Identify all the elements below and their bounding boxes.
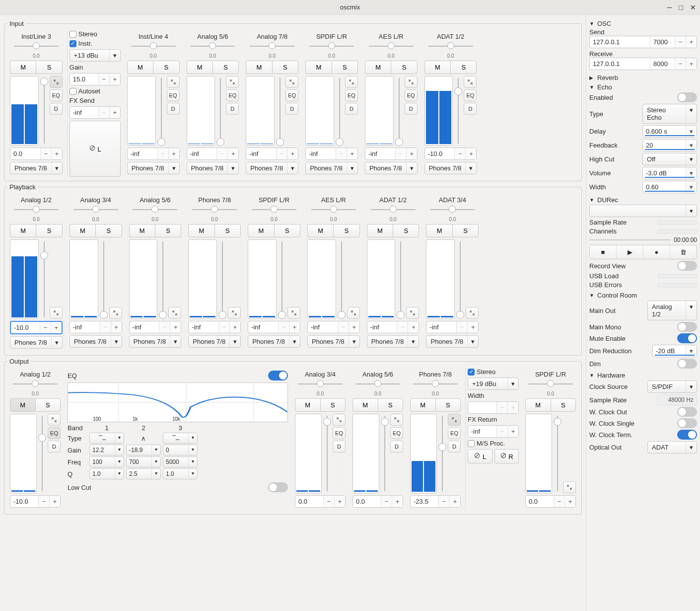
level-spin[interactable]: -10.0 − + [10, 321, 63, 334]
pan-slider[interactable] [14, 206, 59, 215]
route-combo[interactable]: Phones 7/8▾ [246, 162, 298, 174]
nolink-left[interactable]: L [468, 449, 492, 463]
mute-button[interactable]: M [426, 224, 452, 237]
mute-button[interactable]: M [10, 398, 35, 412]
dynamics-button[interactable]: D [390, 441, 403, 453]
solo-button[interactable]: S [332, 61, 358, 74]
route-combo[interactable]: Phones 7/8▾ [367, 335, 420, 348]
level-spin[interactable]: -inf − + [426, 321, 479, 333]
mute-button[interactable]: M [352, 398, 378, 412]
level-spin[interactable]: -inf − + [127, 148, 180, 160]
fx-button[interactable] [563, 481, 576, 493]
solo-button[interactable]: S [450, 61, 477, 74]
pan-slider[interactable] [298, 380, 343, 389]
minimize-icon[interactable]: ─ [667, 3, 672, 11]
fx-button[interactable] [347, 307, 360, 319]
reflevel-combo[interactable]: +19 dBu▾ [468, 378, 519, 390]
mute-button[interactable]: M [129, 224, 155, 237]
dynamics-button[interactable]: D [345, 103, 358, 115]
fx-button[interactable] [448, 414, 461, 426]
width-spin[interactable]: −+ [468, 401, 519, 414]
mute-button[interactable]: M [127, 61, 153, 74]
pan-slider[interactable] [133, 206, 177, 215]
route-combo[interactable]: Phones 7/8▾ [307, 335, 360, 348]
solo-button[interactable]: S [36, 224, 62, 237]
osc-header[interactable]: OSC [589, 20, 697, 27]
pan-slider[interactable] [73, 206, 118, 215]
fx-button[interactable] [228, 307, 241, 319]
solo-button[interactable]: S [214, 224, 241, 237]
level-spin[interactable]: -inf − + [187, 148, 239, 160]
pan-slider[interactable] [252, 206, 296, 215]
route-combo[interactable]: Phones 7/8▾ [129, 335, 182, 348]
fader[interactable] [158, 239, 167, 319]
mute-button[interactable]: M [188, 224, 214, 237]
fx-button[interactable] [50, 76, 63, 88]
trash-icon[interactable]: 🗑 [670, 245, 697, 259]
fx-button[interactable] [287, 307, 300, 319]
durec-transport[interactable]: ■ ▶ ● 🗑 [589, 245, 697, 259]
mute-button[interactable]: M [365, 61, 391, 74]
solo-button[interactable]: S [333, 224, 359, 237]
solo-button[interactable]: S [393, 224, 419, 237]
eq-button[interactable]: EQ [333, 427, 346, 439]
reflevel-combo[interactable]: +13 dBu▾ [70, 49, 121, 62]
mainmono-toggle[interactable] [677, 322, 697, 332]
mute-button[interactable]: M [246, 61, 272, 74]
fx-button[interactable] [226, 76, 239, 88]
eq-button[interactable]: EQ [464, 89, 477, 101]
nolink-left[interactable]: L [70, 121, 121, 177]
fx-button[interactable] [285, 76, 298, 88]
fx-button[interactable] [109, 307, 122, 319]
record-icon[interactable]: ● [643, 245, 670, 259]
fader[interactable] [456, 239, 465, 319]
eq-gain-3[interactable]: 0▾ [163, 445, 198, 456]
dynamics-button[interactable]: D [167, 103, 180, 115]
eq-q-2[interactable]: 2.5▾ [126, 468, 161, 479]
muteenable-toggle[interactable] [677, 333, 697, 343]
pan-slider[interactable] [413, 380, 458, 389]
route-combo[interactable]: Phones 7/8▾ [187, 162, 239, 174]
eq-q-1[interactable]: 1.0▾ [89, 468, 124, 479]
route-combo[interactable]: Phones 7/8▾ [188, 335, 241, 348]
dynamics-button[interactable]: D [405, 103, 418, 115]
eq-freq-1[interactable]: 100▾ [89, 457, 124, 467]
solo-button[interactable]: S [452, 224, 479, 237]
mute-button[interactable]: M [424, 61, 450, 74]
level-spin[interactable]: 0.0 − + [295, 495, 346, 508]
autoset-check[interactable]: Autoset [70, 87, 121, 95]
mute-button[interactable]: M [410, 398, 435, 412]
eq-button[interactable]: EQ [345, 89, 358, 101]
dynamics-button[interactable]: D [50, 103, 63, 115]
msproc-check[interactable]: M/S Proc. [468, 440, 519, 447]
fader[interactable] [276, 76, 284, 146]
eq-button[interactable]: EQ [50, 89, 63, 101]
recordview-toggle[interactable] [677, 261, 697, 271]
fader[interactable] [278, 239, 286, 319]
level-spin[interactable]: -10.0 − + [424, 148, 477, 160]
durec-select[interactable]: ▾ [589, 205, 697, 217]
solo-button[interactable]: S [272, 61, 298, 74]
play-icon[interactable]: ▶ [616, 245, 643, 259]
solo-button[interactable]: S [95, 224, 122, 237]
echo-highcut[interactable]: Off▾ [642, 153, 697, 165]
level-spin[interactable]: -inf − + [248, 321, 300, 333]
level-spin[interactable]: -inf − + [70, 321, 122, 333]
fx-button[interactable] [333, 414, 346, 426]
level-spin[interactable]: -inf − + [305, 148, 358, 160]
fx-button[interactable] [168, 307, 181, 319]
mute-button[interactable]: M [248, 224, 274, 237]
eq-button[interactable]: EQ [167, 89, 180, 101]
fader[interactable] [38, 414, 47, 493]
solo-button[interactable]: S [36, 61, 62, 74]
fader[interactable] [323, 414, 332, 493]
eq-button[interactable]: EQ [226, 89, 239, 101]
controlroom-header[interactable]: Control Room [589, 292, 697, 299]
fxreturn-spin[interactable]: -inf−+ [468, 425, 519, 438]
level-spin[interactable]: 0.0 − + [10, 148, 63, 160]
route-combo[interactable]: Phones 7/8▾ [10, 336, 63, 349]
fader[interactable] [40, 76, 49, 146]
fx-button[interactable] [50, 307, 63, 319]
pan-slider[interactable] [131, 42, 176, 51]
eq-button[interactable]: EQ [448, 427, 461, 439]
